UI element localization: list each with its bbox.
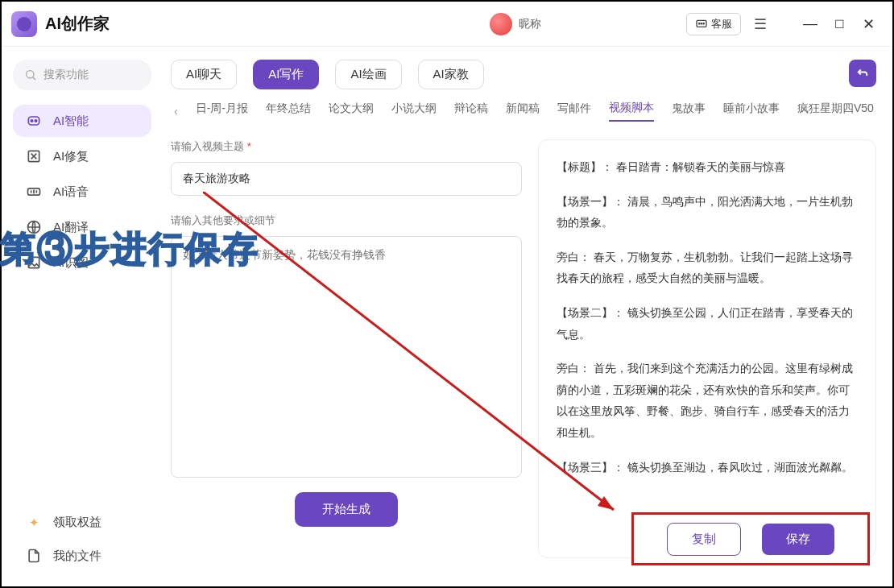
output-scene2: 【场景二】： 镜头切换至公园，人们正在踏青，享受春天的气息。 [557,302,858,345]
tab-tutor[interactable]: AI家教 [418,60,484,89]
topic-label: 请输入视频主题 * [171,139,522,154]
sidebar-item-label: AI语音 [53,184,89,200]
vip-icon: ✦ [24,516,43,530]
menu-button[interactable]: ☰ [749,13,772,35]
sidebar-item-voice[interactable]: AI语音 [13,176,151,208]
avatar[interactable] [490,13,512,35]
subtab-bedtime[interactable]: 睡前小故事 [723,101,780,121]
close-button[interactable]: ✕ [854,13,883,35]
sidebar-item-label: AI修复 [53,149,89,164]
tab-write[interactable]: AI写作 [253,60,319,89]
svg-point-7 [31,120,33,122]
subtab-video[interactable]: 视频脚本 [609,101,654,122]
subtab-prev[interactable]: ‹ [174,105,178,118]
svg-point-4 [27,71,34,78]
sidebar-item-label: AI识图 [53,255,89,271]
svg-point-8 [35,120,37,122]
svg-line-5 [33,77,35,80]
ai-icon [24,113,43,129]
subtab-crazy[interactable]: 疯狂星期四V50 [797,101,874,121]
topic-input[interactable] [171,162,522,196]
detail-label: 请输入其他要求或细节 [171,213,522,228]
svg-point-2 [701,23,702,23]
sidebar-item-image[interactable]: AI识图 [13,246,151,279]
sidebar-item-label: AI智能 [53,114,89,129]
translate-icon [24,219,43,235]
app-logo [11,11,37,37]
back-button[interactable] [849,60,876,87]
chat-icon [695,18,708,31]
search-input[interactable]: 搜索功能 [13,60,151,90]
maximize-button[interactable]: ☐ [825,13,854,35]
action-highlight-box: 复制 保存 [631,512,870,565]
output-narration1: 旁白： 春天，万物复苏，生机勃勃。让我们一起踏上这场寻找春天的旅程，感受大自然的… [557,246,858,289]
output-title: 【标题】： 春日踏青：解锁春天的美丽与惊喜 [557,156,858,178]
subtab-mail[interactable]: 写邮件 [557,101,591,121]
output-scene3: 【场景三】： 镜头切换至湖边，春风吹过，湖面波光粼粼。 [557,457,858,478]
save-button[interactable]: 保存 [762,524,834,555]
svg-point-3 [703,23,704,23]
image-icon [24,255,43,271]
search-placeholder: 搜索功能 [43,68,89,82]
subtab-news[interactable]: 新闻稿 [506,101,540,121]
subtab-summary[interactable]: 年终总结 [266,101,311,121]
output-narration2: 旁白： 首先，我们来到这个充满活力的公园。这里有绿树成荫的小道，五彩斑斓的花朵，… [557,358,858,443]
generate-button[interactable]: 开始生成 [295,492,398,527]
subtab-novel[interactable]: 小说大纲 [391,101,437,121]
support-label: 客服 [711,17,732,31]
sidebar-item-label: AI翻译 [53,220,89,235]
sidebar-item-label: 领取权益 [53,515,101,530]
svg-rect-15 [28,257,39,267]
sidebar-item-label: 我的文件 [53,549,101,564]
copy-button[interactable]: 复制 [667,523,741,556]
subtab-ghost[interactable]: 鬼故事 [672,101,706,121]
search-icon [24,68,37,81]
subtab-report[interactable]: 日-周-月报 [196,101,248,121]
sidebar-item-benefits[interactable]: ✦ 领取权益 [13,507,151,538]
sidebar-item-files[interactable]: 我的文件 [13,540,151,572]
tab-chat[interactable]: AI聊天 [171,60,237,89]
tab-paint[interactable]: AI绘画 [335,60,401,89]
app-title: AI创作家 [45,13,110,35]
svg-point-16 [31,259,33,262]
minimize-button[interactable]: — [796,13,825,35]
detail-textarea[interactable] [171,236,522,478]
support-button[interactable]: 客服 [686,13,741,35]
subtab-debate[interactable]: 辩论稿 [454,101,488,121]
svg-point-1 [699,23,700,23]
subtab-thesis[interactable]: 论文大纲 [329,101,374,121]
voice-icon [24,184,43,200]
sidebar-item-translate[interactable]: AI翻译 [13,211,151,243]
output-scene1: 【场景一】： 清晨，鸟鸣声中，阳光洒满大地，一片生机勃勃的景象。 [557,191,858,234]
sidebar-item-ai-smart[interactable]: AI智能 [13,105,151,137]
svg-rect-6 [28,117,39,125]
output-panel[interactable]: 【标题】： 春日踏青：解锁春天的美丽与惊喜 【场景一】： 清晨，鸟鸣声中，阳光洒… [538,139,876,558]
file-icon [24,548,43,564]
sidebar-item-repair[interactable]: AI修复 [13,140,151,172]
repair-icon [24,148,43,164]
return-icon [855,66,870,81]
nickname[interactable]: 昵称 [519,17,541,31]
